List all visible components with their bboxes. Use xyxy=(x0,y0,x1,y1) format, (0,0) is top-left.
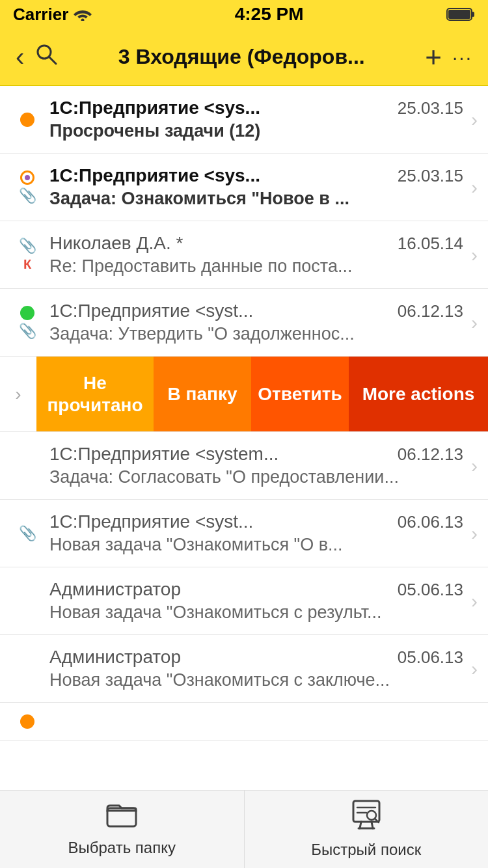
item-subject: Новая задача "Ознакомиться "О в... xyxy=(49,535,463,555)
item-content: Администратор 05.06.13 Новая задача "Озн… xyxy=(44,579,468,623)
item-subject: Задача: Ознакомиться "Новое в ... xyxy=(49,189,463,209)
chevron-right-icon: › xyxy=(471,176,478,198)
list-item[interactable]: Администратор 05.06.13 Новая задача "Озн… xyxy=(0,635,488,703)
k-label: К xyxy=(23,257,31,272)
svg-point-0 xyxy=(81,19,85,21)
nav-bar: ‹ 3 Входящие (Федоров... + ··· xyxy=(0,29,488,86)
tab-select-folder-label: Выбрать папку xyxy=(68,839,176,857)
reply-button[interactable]: Ответить xyxy=(251,357,349,431)
item-sender: 1С:Предприятие <syst... xyxy=(49,511,392,532)
chevron-right-icon: › xyxy=(471,658,478,680)
more-actions-button[interactable]: More actions xyxy=(349,357,488,431)
back-button[interactable]: ‹ xyxy=(10,37,29,77)
attachment-icon: 📎 xyxy=(19,525,36,542)
item-date: 06.06.13 xyxy=(398,512,463,532)
item-icons xyxy=(10,714,44,729)
item-subject: Задача: Утвердить "О задолженнос... xyxy=(49,324,463,344)
search-icon xyxy=(34,42,58,66)
item-content: Администратор 05.06.13 Новая задача "Озн… xyxy=(44,647,468,690)
item-content: 1С:Предприятие <sys... 25.03.15 Просроче… xyxy=(44,98,468,141)
item-icons: 📎 xyxy=(10,525,44,542)
read-dot xyxy=(20,306,34,320)
item-subject: Новая задача "Ознакомиться с заключе... xyxy=(49,670,463,690)
list-item[interactable]: 1С:Предприятие <sys... 25.03.15 Просроче… xyxy=(0,86,488,154)
item-content: 1С:Предприятие <syst... 06.12.13 Задача:… xyxy=(44,301,468,344)
item-date: 06.12.13 xyxy=(398,301,463,321)
svg-rect-3 xyxy=(472,12,474,17)
chevron-right-icon: › xyxy=(471,590,478,612)
nav-title: 3 Входящие (Федоров... xyxy=(63,45,420,69)
status-bar: Carrier 4:25 PM xyxy=(0,0,488,29)
status-time: 4:25 PM xyxy=(235,4,304,25)
item-sender: Николаев Д.А. * xyxy=(49,233,392,254)
list-item[interactable]: 📎 1С:Предприятие <syst... 06.06.13 Новая… xyxy=(0,500,488,567)
attachment-icon: 📎 xyxy=(19,187,36,204)
item-content: 1С:Предприятие <system... 06.12.13 Задач… xyxy=(44,444,468,487)
more-button[interactable]: ··· xyxy=(447,41,478,74)
email-list: 1С:Предприятие <sys... 25.03.15 Просроче… xyxy=(0,86,488,819)
wifi-icon xyxy=(74,8,92,21)
swipe-actions-row: › Не прочитано В папку Ответить More act… xyxy=(0,357,488,432)
list-item[interactable]: 📎 1С:Предприятие <syst... 06.12.13 Задач… xyxy=(0,289,488,357)
attachment-icon: 📎 xyxy=(19,237,36,254)
item-icons: 📎 xyxy=(10,306,44,340)
tab-select-folder[interactable]: Выбрать папку xyxy=(0,791,245,868)
item-date: 05.06.13 xyxy=(398,580,463,600)
list-item[interactable]: 📎 К Николаев Д.А. * 16.05.14 Re: Предост… xyxy=(0,221,488,289)
tab-bar: Выбрать папку Быстрый поиск xyxy=(0,790,488,868)
item-content: Николаев Д.А. * 16.05.14 Re: Предоставит… xyxy=(44,233,468,277)
item-sender: 1С:Предприятие <system... xyxy=(49,444,392,465)
chevron-right-icon: › xyxy=(471,244,478,266)
item-subject: Re: Предоставить данные по поста... xyxy=(49,256,463,277)
unread-dot xyxy=(20,714,34,729)
item-icons xyxy=(10,113,44,127)
item-date: 05.06.13 xyxy=(398,647,463,668)
item-icons: 📎 К xyxy=(10,237,44,272)
attachment-icon: 📎 xyxy=(19,323,36,340)
item-subject: Просрочены задачи (12) xyxy=(49,121,463,141)
quick-search-icon xyxy=(351,800,382,835)
item-date: 06.12.13 xyxy=(398,444,463,465)
item-content: 1С:Предприятие <sys... 25.03.15 Задача: … xyxy=(44,165,468,209)
item-sender: 1С:Предприятие <syst... xyxy=(49,301,392,321)
list-item-partial[interactable] xyxy=(0,703,488,741)
chevron-right-icon: › xyxy=(471,109,478,131)
item-icons: 📎 xyxy=(10,170,44,204)
unread-dot xyxy=(20,113,34,127)
tab-quick-search[interactable]: Быстрый поиск xyxy=(245,791,489,868)
search-button[interactable] xyxy=(29,37,63,77)
chevron-right-icon: › xyxy=(471,522,478,545)
swipe-arrow: › xyxy=(0,357,36,431)
item-sender: Администратор xyxy=(49,647,392,668)
item-subject: Новая задача "Ознакомиться с результ... xyxy=(49,603,463,623)
list-item[interactable]: 1С:Предприятие <system... 06.12.13 Задач… xyxy=(0,432,488,500)
svg-line-5 xyxy=(49,57,56,64)
list-item[interactable]: 📎 1С:Предприятие <sys... 25.03.15 Задача… xyxy=(0,154,488,221)
unread-dot-ring xyxy=(20,170,34,185)
item-date: 25.03.15 xyxy=(398,98,463,118)
mark-unread-button[interactable]: Не прочитано xyxy=(36,357,154,431)
item-subject: Задача: Согласовать "О предоставлении... xyxy=(49,467,463,487)
svg-rect-2 xyxy=(448,10,470,19)
list-item[interactable]: Администратор 05.06.13 Новая задача "Озн… xyxy=(0,567,488,635)
battery-icon xyxy=(446,7,475,21)
item-date: 25.03.15 xyxy=(398,166,463,186)
item-sender: Администратор xyxy=(49,579,392,600)
chevron-right-icon: › xyxy=(471,312,478,334)
move-to-folder-button[interactable]: В папку xyxy=(154,357,251,431)
item-date: 16.05.14 xyxy=(398,234,463,254)
item-sender: 1С:Предприятие <sys... xyxy=(49,165,392,186)
carrier-label: Carrier xyxy=(13,5,92,25)
folder-icon xyxy=(106,802,137,834)
chevron-right-icon: › xyxy=(471,455,478,477)
item-sender: 1С:Предприятие <sys... xyxy=(49,98,392,118)
item-content: 1С:Предприятие <syst... 06.06.13 Новая з… xyxy=(44,511,468,555)
add-button[interactable]: + xyxy=(420,38,447,77)
tab-quick-search-label: Быстрый поиск xyxy=(311,841,421,859)
